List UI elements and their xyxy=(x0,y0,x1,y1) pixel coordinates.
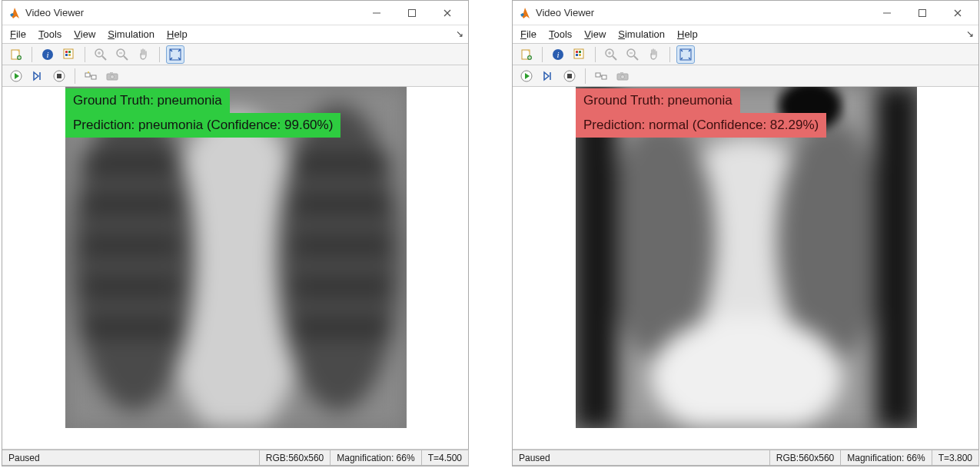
statusbar: Paused RGB:560x560 Magnification: 66% T=… xyxy=(513,449,978,466)
maximize-button[interactable] xyxy=(905,2,940,25)
svg-rect-75 xyxy=(596,73,600,77)
minimize-button[interactable] xyxy=(359,2,394,25)
image-canvas[interactable]: Ground Truth: pneumonia Prediction: norm… xyxy=(513,87,978,449)
highlight-block-button[interactable] xyxy=(592,67,610,85)
menu-simulation[interactable]: Simulation xyxy=(618,28,665,40)
fit-to-window-button[interactable] xyxy=(676,45,695,64)
zoom-in-button[interactable] xyxy=(91,45,110,64)
video-viewer-window: Video Viewer File Tools View Simulation … xyxy=(2,0,469,466)
info-button[interactable]: i xyxy=(549,45,567,64)
svg-point-79 xyxy=(621,75,625,78)
menu-file[interactable]: File xyxy=(520,28,537,40)
menu-view[interactable]: View xyxy=(584,28,606,40)
svg-rect-49 xyxy=(919,9,926,16)
svg-rect-46 xyxy=(294,278,389,295)
window-title: Video Viewer xyxy=(536,7,869,18)
prediction-label: Prediction: pneumonia (Confidence: 99.60… xyxy=(65,113,341,138)
video-viewer-window: Video Viewer File Tools View Simulation … xyxy=(512,0,979,466)
svg-rect-86 xyxy=(876,87,917,428)
toolbar-separator xyxy=(542,47,543,62)
svg-rect-74 xyxy=(567,74,572,78)
svg-rect-76 xyxy=(602,75,606,79)
new-figure-button[interactable] xyxy=(517,45,536,64)
svg-rect-41 xyxy=(82,278,178,295)
prediction-label: Prediction: normal (Confidence: 82.29%) xyxy=(576,113,826,138)
step-button[interactable] xyxy=(28,67,47,85)
run-button[interactable] xyxy=(7,67,25,85)
window-controls xyxy=(869,2,975,25)
menu-simulation[interactable]: Simulation xyxy=(108,28,154,40)
new-figure-button[interactable] xyxy=(7,45,25,64)
pan-button[interactable] xyxy=(135,45,153,64)
svg-rect-33 xyxy=(110,72,113,74)
matlab-icon xyxy=(8,7,21,19)
displayed-image: Ground Truth: pneumonia Prediction: pneu… xyxy=(65,87,407,428)
menu-help[interactable]: Help xyxy=(677,28,698,40)
toolbar-separator xyxy=(85,47,85,62)
svg-rect-44 xyxy=(294,196,389,213)
svg-rect-59 xyxy=(576,54,578,56)
svg-point-30 xyxy=(88,71,89,73)
status-rgb: RGB:560x560 xyxy=(769,450,841,466)
xray-image xyxy=(65,87,407,428)
svg-point-32 xyxy=(111,75,115,78)
status-magnification: Magnification: 66% xyxy=(840,450,932,466)
zoom-in-button[interactable] xyxy=(602,45,620,64)
matlab-icon xyxy=(519,7,531,19)
menu-overflow-icon[interactable]: ↘ xyxy=(456,28,463,39)
maximize-button[interactable] xyxy=(394,2,430,25)
svg-point-37 xyxy=(277,104,400,411)
menu-view[interactable]: View xyxy=(74,28,95,40)
status-state: Paused xyxy=(2,450,260,466)
pan-button[interactable] xyxy=(645,45,663,64)
pixel-region-button[interactable] xyxy=(60,45,78,64)
info-button[interactable]: i xyxy=(38,45,57,64)
status-rgb: RGB:560x560 xyxy=(259,450,331,466)
menu-file[interactable]: File xyxy=(10,28,26,40)
svg-rect-39 xyxy=(82,196,178,213)
snapshot-button[interactable] xyxy=(103,67,121,85)
toolbar-main: i xyxy=(513,44,978,65)
close-button[interactable] xyxy=(430,2,465,25)
svg-rect-45 xyxy=(294,237,389,254)
menu-overflow-icon[interactable]: ↘ xyxy=(966,28,974,39)
status-time: T=3.800 xyxy=(932,450,979,466)
zoom-out-button[interactable] xyxy=(113,45,131,64)
stop-button[interactable] xyxy=(50,67,68,85)
stop-button[interactable] xyxy=(560,67,579,85)
menu-tools[interactable]: Tools xyxy=(38,28,61,40)
svg-rect-11 xyxy=(65,54,68,56)
svg-rect-28 xyxy=(91,75,96,79)
titlebar: Video Viewer xyxy=(2,1,468,25)
menu-help[interactable]: Help xyxy=(167,28,188,40)
svg-rect-47 xyxy=(294,319,389,336)
pixel-region-button[interactable] xyxy=(570,45,589,64)
svg-rect-60 xyxy=(579,54,581,56)
fit-to-window-button[interactable] xyxy=(166,45,184,64)
zoom-out-button[interactable] xyxy=(623,45,642,64)
snapshot-button[interactable] xyxy=(613,67,632,85)
statusbar: Paused RGB:560x560 Magnification: 66% T=… xyxy=(2,449,468,466)
svg-rect-40 xyxy=(82,237,178,254)
svg-rect-43 xyxy=(294,155,389,172)
svg-text:i: i xyxy=(46,50,48,59)
minimize-button[interactable] xyxy=(869,2,905,25)
menu-tools[interactable]: Tools xyxy=(549,28,572,40)
svg-rect-38 xyxy=(82,155,178,172)
toolbar-separator xyxy=(159,47,160,62)
run-button[interactable] xyxy=(517,67,536,85)
image-canvas[interactable]: Ground Truth: pneumonia Prediction: pneu… xyxy=(2,87,468,449)
svg-rect-10 xyxy=(68,51,71,53)
toolbar-main: i xyxy=(2,44,468,65)
titlebar: Video Viewer xyxy=(513,1,978,25)
status-magnification: Magnification: 66% xyxy=(330,450,421,466)
close-button[interactable] xyxy=(940,2,975,25)
toolbar-separator xyxy=(669,47,670,62)
svg-rect-9 xyxy=(65,51,68,53)
step-button[interactable] xyxy=(539,67,557,85)
toolbar-separator xyxy=(32,47,32,62)
svg-rect-85 xyxy=(576,87,616,428)
svg-line-66 xyxy=(634,56,638,60)
highlight-block-button[interactable] xyxy=(81,67,100,85)
svg-line-14 xyxy=(102,56,106,60)
